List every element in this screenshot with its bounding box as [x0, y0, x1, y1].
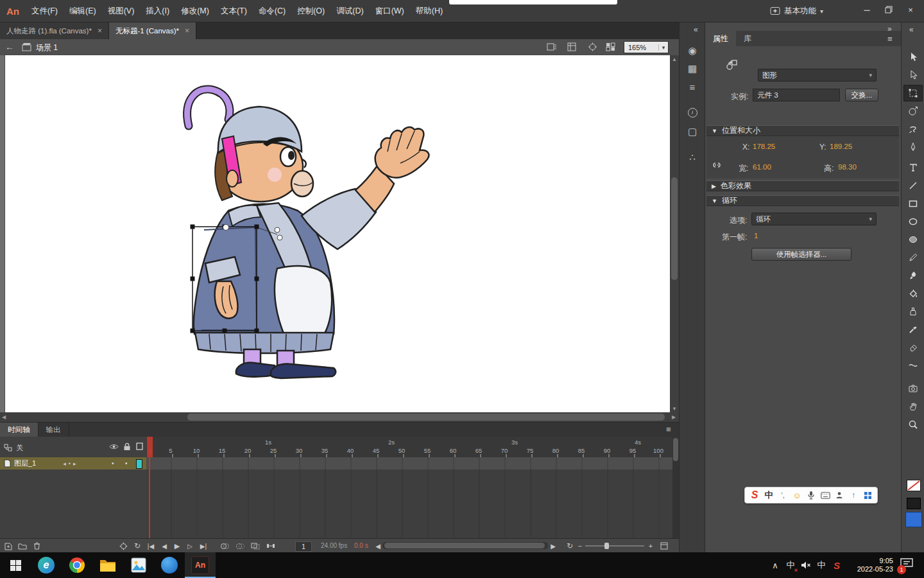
edit-multiple-frames-icon[interactable]	[248, 539, 263, 553]
tab-timeline[interactable]: 时间轴	[0, 423, 38, 437]
align-panel-icon[interactable]: ≡	[680, 78, 705, 96]
tab-close-icon[interactable]: ×	[185, 26, 189, 35]
stage-artwork[interactable]	[5, 55, 670, 412]
workspace-switcher[interactable]: 基本功能 ▾	[770, 0, 823, 22]
skin-upload-icon[interactable]: ↑	[847, 489, 860, 502]
scroll-thumb[interactable]	[673, 438, 678, 461]
swap-symbol-button[interactable]: 交换...	[845, 89, 878, 101]
first-frame-value[interactable]: 1	[754, 232, 758, 240]
layer-name[interactable]: 图层_1	[14, 459, 36, 468]
empty-frames-region[interactable]	[146, 469, 672, 538]
eyedropper-tool[interactable]	[903, 321, 923, 338]
frame-rate-value[interactable]: 24.00 fps	[321, 542, 347, 549]
grid-icon[interactable]	[606, 42, 615, 51]
rectangle-tool[interactable]	[903, 195, 923, 212]
step-forward-icon[interactable]: ▷	[184, 539, 196, 553]
lock-all-icon[interactable]	[123, 442, 131, 451]
oval-primitive-tool[interactable]	[903, 231, 923, 248]
edge-taskbar-icon[interactable]: e	[31, 552, 62, 578]
hidden-icons-chevron[interactable]: ∧	[767, 552, 783, 578]
zoom-tool[interactable]	[903, 416, 923, 433]
transform-point[interactable]	[223, 225, 229, 231]
panel-menu-icon[interactable]: ≡	[887, 34, 893, 44]
menu-insert[interactable]: 插入(I)	[140, 0, 175, 22]
outline-all-icon[interactable]	[136, 442, 143, 450]
motion-presets-panel-icon[interactable]: ∴	[680, 148, 705, 166]
playhead-marker[interactable]	[147, 437, 153, 457]
delete-layer-icon[interactable]	[30, 539, 44, 553]
free-transform-tool[interactable]	[903, 85, 923, 101]
play-icon[interactable]: ▶	[171, 539, 184, 553]
edit-symbols-icon[interactable]	[547, 42, 557, 51]
timeline-vscrollbar[interactable]	[672, 437, 679, 538]
emoji-icon[interactable]: ☺	[791, 489, 803, 502]
gradient-transform-tool[interactable]	[903, 103, 923, 119]
menu-debug[interactable]: 调试(D)	[330, 0, 369, 22]
eraser-tool[interactable]	[903, 339, 923, 356]
back-arrow-icon[interactable]: ←	[5, 42, 14, 52]
panel-menu-icon[interactable]: ≡	[666, 425, 671, 434]
zoom-out-timeline-icon[interactable]: −	[576, 539, 584, 553]
secondary-color-swatch[interactable]	[907, 498, 921, 509]
scroll-thumb[interactable]	[187, 414, 665, 421]
toolbox-person-icon[interactable]	[833, 489, 846, 502]
scroll-thumb[interactable]	[384, 543, 545, 548]
action-center-icon[interactable]: 1	[900, 557, 916, 573]
width-tool[interactable]	[903, 357, 923, 374]
layer-visibility-dot[interactable]: •	[112, 460, 114, 467]
step-back-icon[interactable]: ◀	[158, 539, 171, 553]
animate-taskbar-icon[interactable]: An	[185, 552, 216, 578]
instance-name-field[interactable]: 元件 3	[753, 89, 840, 101]
scroll-left-icon[interactable]: ◀	[0, 412, 8, 422]
loop-options-dropdown[interactable]: 循环 ▾	[751, 213, 877, 225]
hand-tool[interactable]	[903, 398, 923, 415]
menu-file[interactable]: 文件(F)	[26, 0, 64, 22]
ime-disabled-icon[interactable]: 中 ×	[783, 552, 798, 578]
fill-color-swatch[interactable]	[905, 512, 922, 527]
onion-skin-icon[interactable]	[217, 539, 232, 553]
width-value[interactable]: 61.00	[753, 163, 771, 171]
oval-tool[interactable]	[903, 213, 923, 230]
chrome-taskbar-icon[interactable]	[62, 552, 92, 578]
section-color-effects[interactable]: ▶ 色彩效果	[706, 180, 899, 191]
info-panel-icon[interactable]: i	[680, 103, 705, 121]
menu-commands[interactable]: 命令(C)	[253, 0, 291, 22]
transform-point[interactable]	[275, 227, 280, 232]
frame-center-icon[interactable]	[116, 539, 131, 553]
menu-modify[interactable]: 修改(M)	[175, 0, 215, 22]
minimize-button[interactable]: ─	[856, 1, 878, 18]
scroll-right-icon[interactable]: ▶	[670, 412, 678, 422]
current-frame-field[interactable]: 1	[295, 541, 312, 552]
layer-row-1[interactable]: 图层_1 ◂ • ▸ • •	[0, 457, 146, 469]
ime-language-icon[interactable]: 中	[814, 552, 829, 578]
tab-properties[interactable]: 属性	[705, 31, 736, 46]
next-keyframe-icon[interactable]: ▸	[73, 460, 76, 467]
microphone-icon[interactable]	[805, 489, 817, 502]
punctuation-toggle[interactable]: ’,	[776, 489, 789, 502]
height-value[interactable]: 98.30	[838, 163, 857, 171]
timeline-zoom-slider[interactable]	[585, 545, 644, 547]
link-width-height-icon[interactable]	[712, 161, 722, 170]
stage-vertical-scrollbar[interactable]: ▲ ▼	[670, 55, 679, 412]
scroll-thumb[interactable]	[671, 177, 678, 280]
edit-scene-icon[interactable]	[567, 42, 577, 51]
sogou-toolbox-grid-icon[interactable]	[861, 489, 874, 502]
line-tool[interactable]	[903, 177, 923, 194]
x-value[interactable]: 178.25	[753, 143, 775, 150]
doc-tab-untitled[interactable]: 无标题-1 (Canvas)* ×	[109, 22, 196, 39]
text-tool[interactable]: ☺	[903, 159, 923, 176]
y-value[interactable]: 189.25	[830, 143, 852, 150]
collapse-tools-icon[interactable]: «	[909, 25, 914, 34]
tab-output[interactable]: 输出	[38, 423, 69, 437]
symbol-type-dropdown[interactable]: 图形 ▾	[758, 69, 877, 82]
menu-text[interactable]: 文本(T)	[215, 0, 253, 22]
selection-tool[interactable]	[903, 49, 923, 66]
taskbar-clock[interactable]: 9:05 2022-05-23	[844, 557, 893, 574]
zoom-in-timeline-icon[interactable]: +	[647, 539, 654, 553]
go-to-last-frame-icon[interactable]: ▶|	[196, 539, 210, 553]
center-stage-icon[interactable]	[588, 42, 597, 51]
stage[interactable]	[5, 55, 670, 412]
onion-skin-outline-icon[interactable]	[232, 539, 248, 553]
collapse-dock-icon[interactable]: «	[694, 25, 698, 34]
menu-control[interactable]: 控制(O)	[291, 0, 330, 22]
